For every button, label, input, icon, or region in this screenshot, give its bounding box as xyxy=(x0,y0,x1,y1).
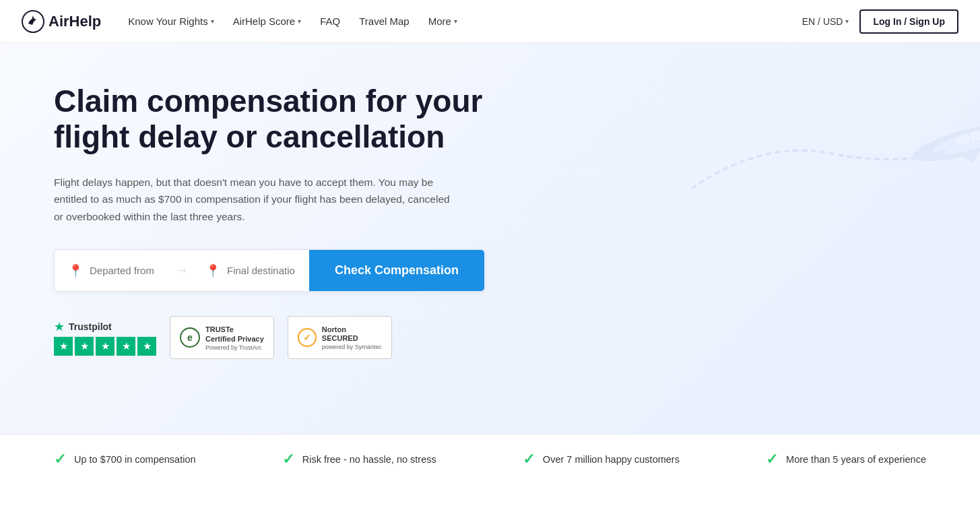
hero-title: Claim compensation for your flight delay… xyxy=(54,84,512,155)
hero-section: Claim compensation for your flight delay… xyxy=(0,43,980,434)
chevron-down-icon: ▾ xyxy=(454,18,457,25)
nav-faq[interactable]: FAQ xyxy=(312,10,348,32)
nav-items: Know Your Rights ▾ AirHelp Score ▾ FAQ T… xyxy=(120,10,802,32)
norton-check-icon: ✓ xyxy=(298,328,317,347)
search-box: 📍 → 📍 Check Compensation xyxy=(54,249,485,292)
trustpilot-badge: ★ Trustpilot ★ ★ ★ ★ ★ xyxy=(54,319,156,356)
check-compensation-button[interactable]: Check Compensation xyxy=(309,250,484,291)
trust-badges: ★ Trustpilot ★ ★ ★ ★ ★ e xyxy=(54,316,512,359)
benefit-4: ✓ More than 5 years of experience xyxy=(766,451,926,468)
norton-badge: ✓ Norton SECURED powered by Symantec xyxy=(288,316,392,359)
truste-certified: Certified Privacy xyxy=(205,334,264,344)
truste-icon: e xyxy=(180,327,200,348)
language-selector[interactable]: EN / USD ▾ xyxy=(802,16,849,27)
check-icon: ✓ xyxy=(54,451,66,468)
chevron-down-icon: ▾ xyxy=(211,18,214,25)
nav-more[interactable]: More ▾ xyxy=(420,10,465,32)
navbar-right: EN / USD ▾ Log In / Sign Up xyxy=(802,9,958,34)
truste-badge: e TRUSTe Certified Privacy Powered by Tr… xyxy=(170,316,274,359)
destination-input[interactable] xyxy=(227,250,296,291)
location-icon: 📍 xyxy=(68,263,83,278)
benefit-1: ✓ Up to $700 in compensation xyxy=(54,451,196,468)
check-icon: ✓ xyxy=(523,451,535,468)
nav-know-rights[interactable]: Know Your Rights ▾ xyxy=(120,10,222,32)
trustpilot-star-icon: ★ xyxy=(54,319,65,334)
star-1: ★ xyxy=(54,337,73,356)
trustpilot-name: Trustpilot xyxy=(69,321,112,332)
destination-field: 📍 xyxy=(192,250,309,291)
departure-field: 📍 xyxy=(55,250,172,291)
star-3: ★ xyxy=(96,337,115,356)
norton-name: Norton xyxy=(322,325,382,334)
truste-name: TRUSTe xyxy=(205,325,264,334)
chevron-down-icon: ▾ xyxy=(845,18,849,25)
nav-travel-map[interactable]: Travel Map xyxy=(351,10,417,32)
plane-illustration xyxy=(657,84,980,294)
check-icon: ✓ xyxy=(766,451,778,468)
hero-subtitle: Flight delays happen, but that doesn't m… xyxy=(54,174,451,226)
location-icon: 📍 xyxy=(205,263,220,278)
benefit-2: ✓ Risk free - no hassle, no stress xyxy=(282,451,436,468)
norton-powered: powered by Symantec xyxy=(322,344,382,350)
hero-content: Claim compensation for your flight delay… xyxy=(54,84,512,359)
trustpilot-stars-row: ★ ★ ★ ★ ★ xyxy=(54,337,156,356)
navbar: AirHelp Know Your Rights ▾ AirHelp Score… xyxy=(0,0,980,43)
departure-input[interactable] xyxy=(90,250,158,291)
nav-airhelp-score[interactable]: AirHelp Score ▾ xyxy=(225,10,310,32)
check-icon: ✓ xyxy=(282,451,294,468)
star-4: ★ xyxy=(117,337,135,356)
logo[interactable]: AirHelp xyxy=(22,10,101,33)
brand-name: AirHelp xyxy=(48,13,101,30)
chevron-down-icon: ▾ xyxy=(298,18,301,25)
truste-powered: Powered by TrustArc xyxy=(205,344,264,351)
login-button[interactable]: Log In / Sign Up xyxy=(859,9,958,34)
bottom-bar: ✓ Up to $700 in compensation ✓ Risk free… xyxy=(0,434,980,484)
arrow-icon: → xyxy=(172,250,192,291)
benefit-3: ✓ Over 7 million happy customers xyxy=(523,451,680,468)
star-2: ★ xyxy=(75,337,94,356)
norton-secured: SECURED xyxy=(322,334,382,343)
star-5: ★ xyxy=(137,337,156,356)
